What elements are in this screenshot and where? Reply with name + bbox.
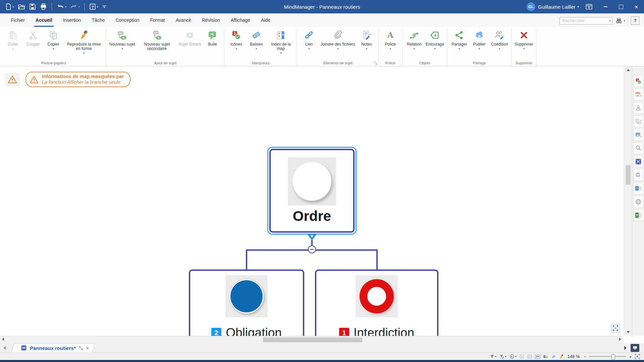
fit-window-button[interactable] (635, 354, 640, 359)
warning-message[interactable]: Informations de map masquées par La fonc… (25, 72, 130, 87)
horizontal-scroll-thumb[interactable] (263, 338, 362, 342)
delete-button[interactable]: Supprimer ▾ (513, 28, 534, 50)
scroll-up-arrow[interactable] (627, 69, 630, 71)
tab-aide[interactable]: Aide (256, 13, 276, 27)
help-button[interactable]: ? ▾ (88, 2, 99, 11)
tab-scroll-left-arrow[interactable] (3, 346, 6, 350)
format-painter-button[interactable]: Reproduire la mise en forme ▾ (63, 28, 104, 55)
font-button[interactable]: A Police ▾ (380, 28, 400, 50)
topic-obligation[interactable]: 2 Obligation (189, 269, 304, 336)
tags-button[interactable]: Balises ▾ (246, 28, 266, 50)
find-button[interactable]: ▾ (615, 17, 625, 24)
copy-button[interactable]: Copier ▾ (43, 28, 63, 50)
document-tab-active[interactable]: Panneaux routiers* × (15, 343, 94, 353)
search-input[interactable] (561, 18, 609, 23)
publish-button[interactable]: Publier ▾ (469, 28, 489, 50)
tab-scroll-right-arrow[interactable] (624, 346, 627, 350)
sidebar-archive-button[interactable] (633, 169, 643, 181)
select-mode-button[interactable] (520, 354, 524, 359)
notes-button[interactable]: Notes ▾ (357, 28, 377, 50)
attach-files-button[interactable]: Joindre des fichiers ▾ (319, 28, 356, 50)
avatar[interactable]: GL (527, 2, 535, 11)
sidebar-task-button[interactable] (633, 88, 643, 101)
print-button[interactable] (39, 2, 48, 11)
horizontal-scrollbar[interactable] (0, 336, 624, 343)
cut-button[interactable]: Couper (23, 28, 43, 47)
vertical-scroll-thumb[interactable] (626, 165, 631, 185)
share-button[interactable]: Partager ▾ (449, 28, 469, 50)
new-document-button[interactable]: ▾ (4, 2, 15, 11)
topic-ordre[interactable]: Ordre (269, 149, 355, 233)
filter-edit-button[interactable]: ▾ (499, 354, 506, 359)
new-topic-button[interactable]: Nouveau sujet ▾ (108, 28, 137, 50)
sidebar-snap-button[interactable] (633, 156, 643, 168)
walkthrough-button[interactable]: ▾ (509, 354, 517, 359)
fit-map-button[interactable] (611, 324, 620, 333)
filter-button[interactable]: ▾ (490, 354, 496, 359)
icons-marker-button[interactable]: 1 Icônes ▾ (226, 28, 246, 50)
format-paint-button[interactable] (559, 354, 564, 359)
zoom-slider-thumb[interactable] (611, 354, 615, 360)
tab-conception[interactable]: Conception (110, 13, 145, 27)
coediting-button[interactable]: Coédition ▾ (489, 28, 509, 50)
callout-button[interactable]: Bulle (202, 28, 222, 47)
tab-avance[interactable]: Avancé (170, 13, 197, 27)
zoom-in-button[interactable]: + (629, 354, 632, 359)
zoom-out-button[interactable]: − (584, 354, 586, 359)
tab-insertion[interactable]: Insertion (58, 13, 87, 27)
sidebar-web-button[interactable] (633, 196, 643, 208)
search-box[interactable]: ▾ (559, 17, 612, 24)
contextual-help-button[interactable]: ? (631, 16, 639, 25)
chevron-down-icon[interactable]: ▾ (609, 19, 611, 22)
paste-button[interactable]: Coller ▾ (3, 28, 23, 50)
undo-button[interactable]: ▾ (56, 2, 67, 11)
redo-button[interactable]: ▾ (69, 2, 80, 11)
minimize-button[interactable] (598, 0, 613, 13)
scroll-right-arrow[interactable] (619, 338, 621, 341)
sidebar-excel-button[interactable] (633, 209, 643, 221)
close-tab-icon[interactable]: × (86, 346, 89, 351)
new-subtopic-button[interactable]: Nouveau sujet secondaire (137, 28, 177, 51)
chevron-down-icon[interactable]: ▾ (577, 5, 579, 8)
add-subtopic-button[interactable] (307, 234, 317, 241)
calendar-button[interactable]: 24 (535, 355, 540, 359)
close-button[interactable]: × (629, 0, 644, 13)
tab-format[interactable]: Format (145, 13, 170, 27)
warning-button[interactable] (5, 73, 20, 86)
map-canvas[interactable]: Informations de map masquées par La fonc… (0, 66, 624, 336)
sidebar-image-button[interactable] (633, 129, 643, 141)
maximize-button[interactable] (613, 0, 629, 13)
scroll-down-arrow[interactable] (627, 331, 630, 333)
customize-toolbar-button[interactable] (101, 3, 108, 10)
tab-accueil[interactable]: Accueil (30, 13, 58, 27)
vertical-scrollbar[interactable] (624, 66, 632, 336)
tags-toggle-button[interactable] (551, 354, 556, 359)
sidebar-new-topic-button[interactable] (633, 115, 643, 127)
ribbon-display-options-button[interactable] (585, 3, 593, 10)
sidebar-search-button[interactable] (633, 142, 643, 154)
tab-revision[interactable]: Révision (197, 13, 225, 27)
boundary-button[interactable]: Entourage ▾ (424, 28, 445, 50)
tab-affichage[interactable]: Affichage (225, 13, 256, 27)
zoom-slider[interactable] (589, 356, 626, 357)
floating-topic-button[interactable]: Sujet flottant (177, 28, 203, 47)
link-button[interactable]: Lien ▾ (299, 28, 319, 50)
resources-button[interactable] (543, 354, 548, 359)
new-document-icon (5, 3, 12, 10)
tab-fichier[interactable]: Fichier (5, 13, 30, 27)
open-button[interactable] (17, 2, 26, 11)
save-button[interactable] (28, 2, 37, 11)
sidebar-markers-button[interactable]: 1 (633, 75, 643, 87)
user-name[interactable]: Guillaume Lailler (538, 4, 576, 10)
scroll-left-arrow[interactable] (2, 338, 4, 341)
outline-view-button[interactable] (527, 354, 532, 359)
tab-list-button[interactable] (631, 344, 639, 352)
collapse-toggle[interactable] (308, 245, 316, 253)
sidebar-outlook-button[interactable] (633, 182, 643, 194)
map-index-button[interactable]: Index de la map ▾ (266, 28, 295, 55)
sidebar-contact-button[interactable] (633, 102, 643, 114)
tab-tache[interactable]: Tâche (87, 13, 110, 27)
dialog-launcher-button[interactable] (374, 61, 377, 65)
topic-interdiction[interactable]: 1 Interdiction (315, 269, 438, 336)
relationship-button[interactable]: Relation ▾ (404, 28, 424, 50)
